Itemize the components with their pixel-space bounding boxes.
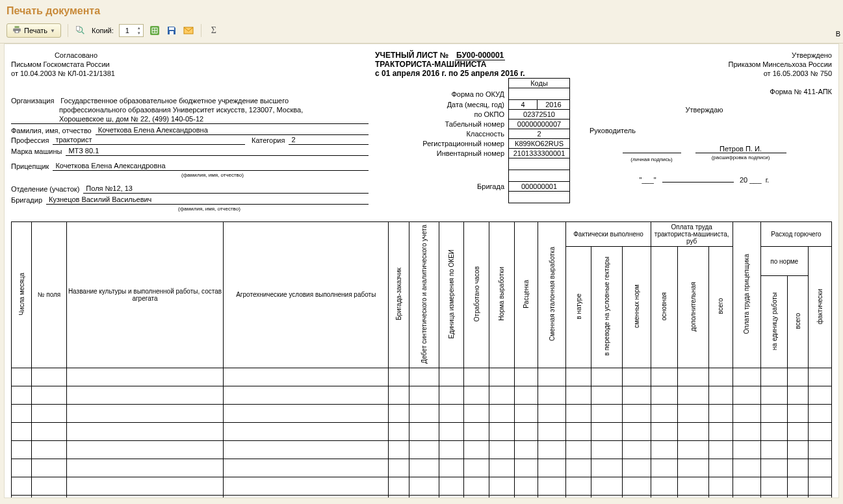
org-value-1: Государственное образовательное бюджетно… [58,96,369,105]
cat-value: 2 [289,135,369,145]
th-convha: в переводе на условные гектары [603,255,610,357]
prof-label: Профессия [11,136,53,145]
sigma-icon[interactable]: Σ [208,25,220,36]
svg-rect-3 [76,26,79,31]
th-fuel-perunit: на единицу работы [771,291,778,351]
th-customer: Бригада-заказчик [395,266,402,321]
th-etalon: Сменная эталонная выработка [549,246,556,342]
th-hitch-pay: Оплата труда прицепщика [743,253,750,335]
grid-icon[interactable] [149,25,161,36]
date-g: г. [766,176,770,184]
separator [201,24,201,37]
toolbar: Печать ▼ Копий: ▲ ▼ Σ [0,21,843,44]
copies-input[interactable] [120,26,135,35]
main-table: Числа месяца № поля Название культуры и … [11,221,832,498]
div-value: Поля №12, 13 [83,184,369,194]
month-value: 4 [509,100,538,110]
brigadir-value: Кузнецов Василий Васильевич [46,195,369,205]
org-value-3: Хорошевское ш, дом № 22, (499) 140-05-12 [11,114,369,124]
th-fuel-total: всего [794,312,801,331]
th-nature: в натуре [575,292,582,321]
mach-label: Марка машины [11,147,66,156]
print-label: Печать [24,27,47,34]
mail-icon[interactable] [183,25,194,36]
doc-title-3: с 01 апреля 2016 г. по 25 апреля 2016 г. [375,69,570,78]
th-fuel-fact: фактически [816,288,824,325]
table-row [12,440,832,459]
brig-value: 000000001 [509,182,570,192]
hitch-label: Прицепщик [11,162,53,171]
org-value-2: профессионального образования Университе… [11,105,369,114]
print-button[interactable]: Печать ▼ [6,23,61,38]
signature-caption: (личная подпись) [619,155,685,164]
svg-rect-5 [169,27,174,30]
okpo-value: 02372510 [509,110,570,120]
brigadir-label: Бригадир [11,195,46,205]
approval-left-2: Письмом Госкомстата России [11,60,369,69]
th-grp-pay: Оплата труда тракториста-машиниста, руб [651,222,733,247]
th-grp-fuelnorm: по норме [761,247,809,276]
document-area: Согласовано Письмом Госкомстата России о… [4,44,839,498]
org-label: Организация [11,96,58,105]
th-field-no: № поля [32,222,66,368]
th-agro: Агротехнические условия выполнения работ… [224,222,389,368]
approve-title: Утверждаю [577,105,832,114]
chevron-down-icon: ▼ [50,28,55,34]
page-title: Печать документа [0,0,843,21]
th-work-name: Название культуры и выполненной работы, … [66,222,224,368]
cat-label: Категория [252,136,289,145]
approval-left-1: Согласовано [11,51,141,60]
approve-role: Руководитель [577,126,832,135]
class-value: 2 [509,129,570,139]
right-edge-text: В [836,30,840,38]
okud-value [509,88,570,100]
inv-value: 2101333300001 [509,149,570,158]
th-grp-fuel: Расход горючего [761,222,832,247]
spin-down-icon[interactable]: ▼ [135,31,143,36]
copies-stepper[interactable]: ▲ ▼ [119,24,144,37]
th-debit: Дебет синтетического и аналитического уч… [421,223,428,365]
okud-label: Форма по ОКУД [419,88,508,100]
th-hours: Отработано часов [473,265,480,323]
th-grp-fact: Фактически выполнено [566,222,651,247]
preview-icon[interactable] [75,25,86,36]
class-label: Классность [419,129,508,139]
date-quote: "___" [640,176,656,184]
save-icon[interactable] [166,25,177,36]
reg-value: К899КО62RUS [509,139,570,149]
th-add-pay: дополнительная [690,281,697,333]
table-row [12,495,832,498]
table-row [12,404,832,422]
codes-header: Коды [509,79,570,88]
svg-rect-0 [16,31,19,33]
tab-label: Табельный номер [419,120,508,129]
form-number: Форма № 411-АПК [577,87,832,96]
spin-up-icon[interactable]: ▲ [135,25,143,31]
hitch-caption: (фамилия, имя, отчество) [11,171,369,180]
svg-rect-6 [170,31,174,34]
table-row [12,477,832,495]
mach-value: МТЗ 80.1 [66,146,369,156]
approval-right-3: от 16.05.2003 № 750 [577,69,832,78]
date-label: Дата (месяц, год) [419,100,508,110]
svg-line-2 [82,32,84,34]
table-row [12,368,832,386]
doc-title-1a: УЧЕТНЫЙ ЛИСТ № [375,51,448,60]
printer-icon [12,25,21,36]
org-row: Организация Государственное образователь… [11,96,369,105]
hitch-value: Кочеткова Елена Александровна [53,161,369,171]
div-label: Отделение (участок) [11,184,83,194]
fio-label: Фамилия, имя, отчество [11,126,96,135]
brig-label: Бригада [419,182,508,192]
table-row [12,386,832,404]
doc-number: БУ00-000001 [455,51,505,60]
doc-title-2: ТРАКТОРИСТА-МАШИНИСТА [375,60,570,69]
name-caption: (расшифровка подписи) [692,153,790,162]
approval-right-1: Утверждено [577,51,832,60]
th-total-pay: всего [717,297,724,316]
signature-line [623,144,681,153]
th-main-pay: основная [660,291,668,321]
th-norm: Норма выработки [498,266,505,322]
fio-value: Кочеткова Елена Александровна [96,125,369,135]
th-unit: Единица измерения по ОКЕИ [448,248,455,340]
